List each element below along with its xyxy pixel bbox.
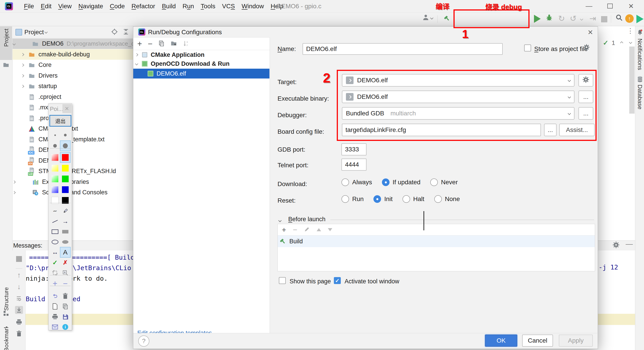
config-tree-item[interactable]: CMake Application: [133, 50, 270, 59]
ok-button[interactable]: OK: [485, 334, 517, 347]
add-config-icon[interactable]: +: [137, 39, 142, 48]
update-icon[interactable]: ↑: [625, 14, 634, 23]
before-launch-build-item[interactable]: Build: [278, 236, 595, 247]
palette-color-green-soft[interactable]: [50, 174, 60, 184]
palette-tool-mail[interactable]: [50, 322, 60, 332]
messages-settings-icon[interactable]: [613, 242, 620, 249]
palette-tool-rectangle-filled[interactable]: [60, 227, 70, 236]
collapse-all-icon[interactable]: [123, 28, 129, 36]
palette-color-white[interactable]: [50, 196, 60, 205]
project-tree-item[interactable]: CMakeLists_template.txt: [12, 134, 133, 145]
project-tree-item[interactable]: Scratches and Consoles: [12, 187, 133, 198]
inspections-widget[interactable]: ✓ 1: [603, 39, 632, 47]
menu-build[interactable]: Build: [158, 3, 179, 10]
show-this-page-checkbox[interactable]: [279, 277, 286, 284]
palette-color-blue-soft[interactable]: [50, 185, 60, 194]
ide-logo-play-icon[interactable]: [636, 15, 644, 23]
move-down-icon[interactable]: [328, 228, 332, 231]
messages-arrow-up-icon[interactable]: ↑: [15, 271, 23, 279]
project-tree-item[interactable]: External Libraries: [12, 177, 133, 187]
project-panel-title[interactable]: Project: [24, 29, 44, 36]
palette-color-red-soft[interactable]: [50, 152, 60, 162]
messages-soft-wrap-icon[interactable]: [15, 294, 23, 302]
messages-trash-icon[interactable]: [15, 330, 23, 338]
telnet-port-field[interactable]: 4444: [342, 158, 366, 171]
palette-tool-double-arrow[interactable]: ↔: [50, 247, 60, 257]
gdb-port-field[interactable]: 3333: [342, 143, 366, 156]
close-button[interactable]: ✕: [626, 2, 636, 10]
restore-button[interactable]: [605, 2, 615, 10]
remove-task-icon[interactable]: −: [293, 226, 298, 234]
run-button[interactable]: [534, 15, 541, 23]
download-if-updated[interactable]: If updated: [382, 178, 420, 186]
messages-hide-icon[interactable]: —: [626, 240, 633, 248]
menu-window[interactable]: Window: [238, 3, 268, 10]
palette-tool-ellipse[interactable]: [50, 237, 60, 247]
messages-stop-icon[interactable]: [15, 255, 23, 263]
config-tree-item[interactable]: DEMO6.elf: [133, 69, 270, 78]
new-folder-icon[interactable]: [170, 40, 177, 48]
build-button[interactable]: [444, 14, 450, 22]
name-field[interactable]: DEMO6.elf: [302, 43, 503, 55]
palette-color-yellow[interactable]: [60, 163, 70, 173]
rerun-coverage-icon[interactable]: ↺: [570, 14, 576, 23]
palette-tool-cross[interactable]: ✗: [60, 258, 70, 268]
minimize-button[interactable]: —: [584, 2, 594, 10]
project-tree-item[interactable]: .project: [12, 113, 133, 124]
sort-configs-icon[interactable]: az: [183, 40, 189, 48]
palette-color-yellow-soft[interactable]: [50, 163, 60, 173]
tab-project[interactable]: Project: [0, 26, 12, 60]
add-task-icon[interactable]: +: [282, 226, 286, 234]
palette-tool-copy[interactable]: [60, 302, 70, 311]
palette-tool-rectangle[interactable]: [50, 227, 60, 236]
project-tree-item[interactable]: <> DEMO6: [12, 156, 133, 166]
palette-tool-marker[interactable]: [60, 206, 70, 216]
palette-tool-line[interactable]: [50, 216, 60, 226]
messages-scroll-to-end-icon[interactable]: [15, 306, 23, 314]
store-as-project-file-checkbox[interactable]: [524, 44, 531, 52]
editor-options-kebab-icon[interactable]: ⋮: [627, 27, 634, 35]
palette-color-green[interactable]: [60, 174, 70, 184]
project-tree-item[interactable]: IOC DEMO6.ioc: [12, 145, 133, 155]
palette-pen-size-3[interactable]: [50, 141, 60, 151]
cancel-button[interactable]: Cancel: [522, 334, 553, 347]
palette-tool-zoom-out[interactable]: −: [60, 279, 70, 288]
notifications-icon[interactable]: [637, 29, 643, 36]
project-tree-item[interactable]: DEMO6D:\programs\workspace_clion\: [12, 38, 133, 49]
reset-init[interactable]: Init: [374, 195, 392, 203]
step-icon[interactable]: ⇥: [590, 14, 596, 23]
palette-tool-info[interactable]: i: [60, 322, 70, 332]
project-tree-item[interactable]: CMakeLists.txt: [12, 124, 133, 134]
palette-tool-delete[interactable]: [60, 291, 70, 301]
remove-config-icon[interactable]: −: [148, 39, 152, 48]
palette-color-black[interactable]: [60, 196, 70, 205]
tab-notifications[interactable]: Notifications: [636, 38, 643, 70]
project-tree-item[interactable]: LD STM32F103RETx_FLASH.ld: [12, 166, 133, 176]
editor-scrollbar[interactable]: [629, 46, 634, 114]
messages-print-icon[interactable]: [15, 318, 23, 326]
user-account-button[interactable]: [422, 14, 433, 22]
edit-task-icon[interactable]: [304, 226, 310, 233]
next-problem-icon[interactable]: [629, 40, 632, 44]
palette-color-blue[interactable]: [60, 185, 70, 194]
palette-tool-crop[interactable]: [50, 268, 60, 278]
palette-tool-text[interactable]: A: [60, 247, 70, 257]
messages-arrow-down-icon[interactable]: ↓: [15, 283, 23, 291]
menu-code[interactable]: Code: [106, 3, 128, 10]
apply-button[interactable]: Apply: [559, 334, 593, 347]
tab-database[interactable]: Database: [636, 84, 643, 109]
reset-none[interactable]: None: [434, 195, 460, 203]
dialog-close-icon[interactable]: ✕: [586, 28, 595, 36]
palette-tool-zoom[interactable]: [60, 268, 70, 278]
palette-tool-save[interactable]: [60, 312, 70, 322]
project-tree-item[interactable]: cmake-build-debug: [12, 49, 133, 60]
chevron-down-icon[interactable]: [44, 30, 48, 34]
project-tree-item[interactable]: .cproject: [12, 92, 133, 102]
download-never[interactable]: Never: [430, 178, 458, 186]
palette-close-icon[interactable]: ✕: [62, 104, 71, 113]
reset-halt[interactable]: Halt: [402, 195, 424, 203]
project-tree-item[interactable]: Core: [12, 60, 133, 70]
menu-refactor[interactable]: Refactor: [128, 3, 158, 10]
activate-tool-window-checkbox[interactable]: ✓: [334, 277, 341, 284]
menu-run[interactable]: Run: [179, 3, 197, 10]
